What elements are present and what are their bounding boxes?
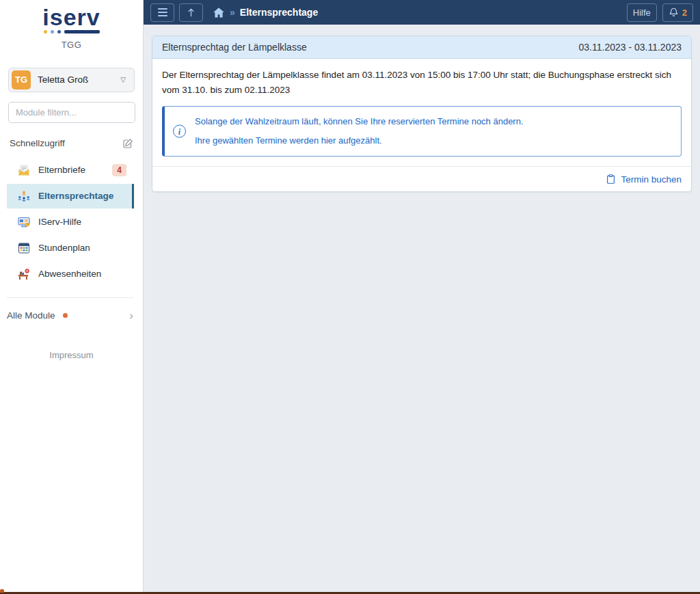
bottom-corner-artifact <box>0 589 4 593</box>
all-modules-button[interactable]: Alle Module › <box>7 310 133 321</box>
sidebar-item-label: IServ-Hilfe <box>38 217 81 227</box>
envelope-letter-icon <box>17 163 31 177</box>
impressum-link[interactable]: Impressum <box>0 350 143 360</box>
chevron-down-icon: ▽ <box>120 76 126 83</box>
home-icon[interactable] <box>213 7 225 18</box>
logo-underline-bar <box>64 30 100 33</box>
book-appointment-label: Termin buchen <box>621 174 682 185</box>
sidebar: iserv TGG TG Teletta Groß ▽ Schnellzugri… <box>0 0 144 594</box>
info-alert: i Solange der Wahlzeitraum läuft, können… <box>162 106 682 157</box>
notification-dot <box>63 313 68 318</box>
notification-count: 2 <box>682 8 687 18</box>
help-card-icon: ? <box>17 215 31 229</box>
main-content: Elternsprechtag der Lämpelklasse 03.11.2… <box>144 25 700 594</box>
quick-access-menu: Elternbriefe 4 Elternsprechtage <box>0 158 143 286</box>
avatar: TG <box>12 70 31 90</box>
user-name: Teletta Groß <box>38 75 113 85</box>
sidebar-divider <box>7 297 133 298</box>
sidebar-item-label: Elternsprechtage <box>38 191 113 201</box>
sidebar-item-elternbriefe[interactable]: Elternbriefe 4 <box>7 158 134 183</box>
logo-dot-orange <box>44 30 47 33</box>
meeting-people-icon <box>17 189 31 203</box>
sidebar-item-iserv-hilfe[interactable]: ? IServ-Hilfe <box>7 210 134 234</box>
hamburger-menu-button[interactable] <box>150 3 174 22</box>
chevron-right-icon: › <box>129 310 133 321</box>
panel-description: Der Elternsprechtag der Lämpelklasse fin… <box>162 68 682 97</box>
alert-line-1: Solange der Wahlzeitraum läuft, können S… <box>195 115 673 129</box>
breadcrumb-current: Elternsprechtage <box>240 7 318 18</box>
sidebar-item-stundenplan[interactable]: Stundenplan <box>7 236 134 260</box>
panel-date-range: 03.11.2023 - 03.11.2023 <box>579 42 682 53</box>
info-icon: i <box>173 125 186 138</box>
unread-count-badge: 4 <box>112 164 126 176</box>
alert-line-2: Ihre gewählten Termine werden hier aufge… <box>195 134 673 148</box>
panel-body: Der Elternsprechtag der Lämpelklasse fin… <box>152 59 691 166</box>
notifications-button[interactable]: 2 <box>662 3 693 22</box>
absence-desk-icon <box>17 267 31 281</box>
site-name: TGG <box>0 40 143 50</box>
quick-access-label: Schnellzugriff <box>10 138 65 148</box>
all-modules-label: Alle Module <box>7 310 55 321</box>
logo-dot-lightblue <box>51 30 54 33</box>
user-menu-button[interactable]: TG Teletta Groß ▽ <box>8 68 135 92</box>
sidebar-item-label: Abwesenheiten <box>38 269 101 279</box>
iserv-logo-underline <box>0 30 143 33</box>
sidebar-item-label: Stundenplan <box>38 243 90 253</box>
sidebar-item-abwesenheiten[interactable]: Abwesenheiten <box>7 262 134 286</box>
iserv-logo[interactable]: iserv <box>0 7 143 33</box>
iserv-logo-text: iserv <box>0 7 143 28</box>
help-button[interactable]: Hilfe <box>627 3 657 22</box>
edit-pencil-icon[interactable] <box>122 138 133 149</box>
top-navbar: » Elternsprechtage Hilfe 2 <box>144 0 700 25</box>
panel-title: Elternsprechtag der Lämpelklasse <box>162 42 307 53</box>
quick-access-header: Schnellzugriff <box>10 138 133 149</box>
breadcrumb-separator: » <box>230 7 235 18</box>
breadcrumb: » Elternsprechtage <box>213 7 318 18</box>
sidebar-item-label: Elternbriefe <box>38 165 85 175</box>
panel-header: Elternsprechtag der Lämpelklasse 03.11.2… <box>152 36 691 59</box>
navbar-right-group: Hilfe 2 <box>627 3 693 22</box>
elternsprechtag-panel: Elternsprechtag der Lämpelklasse 03.11.2… <box>152 36 692 192</box>
navigate-up-button[interactable] <box>179 3 203 22</box>
timetable-calendar-icon <box>17 241 31 255</box>
book-appointment-button[interactable]: Termin buchen <box>606 174 682 185</box>
panel-footer: Termin buchen <box>152 166 691 191</box>
bell-icon <box>669 7 679 18</box>
logo-dot-blue <box>57 30 61 33</box>
clipboard-icon <box>606 174 616 185</box>
module-filter-input[interactable] <box>8 102 135 123</box>
sidebar-item-elternsprechtage[interactable]: Elternsprechtage <box>7 184 134 208</box>
